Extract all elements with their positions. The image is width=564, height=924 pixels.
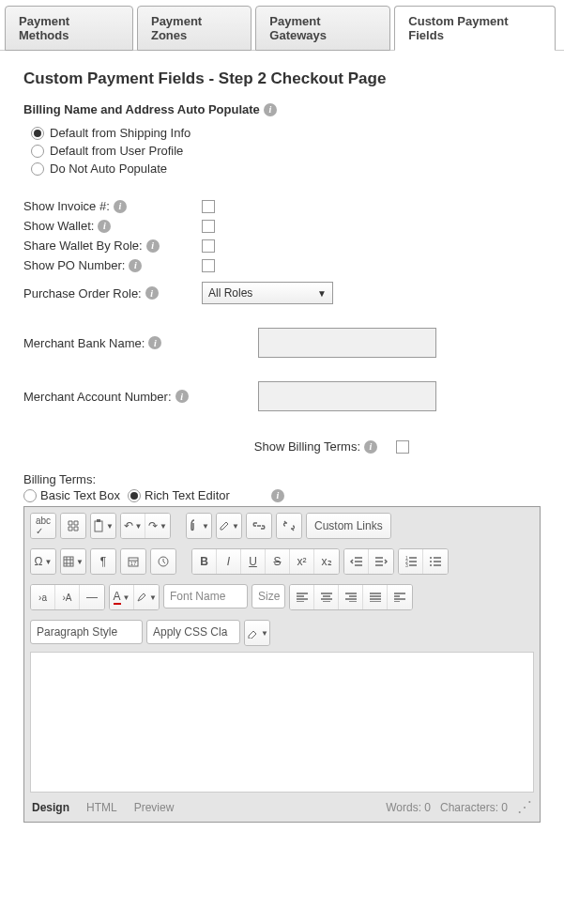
show-billing-terms-label: Show Billing Terms: [254,439,360,454]
font-size-input[interactable]: Size [252,584,285,608]
radio-rich-text-label: Rich Text Editor [145,488,230,502]
apply-css-input[interactable]: Apply CSS Cla [146,620,240,644]
info-icon[interactable]: i [271,489,284,502]
show-wallet-label: Show Wallet: [23,219,94,233]
eraser-icon[interactable]: ▼ [245,621,269,645]
char-count: Characters: 0 [440,801,508,814]
tab-payment-zones[interactable]: Payment Zones [137,6,252,51]
share-wallet-checkbox[interactable] [202,239,215,253]
chevron-down-icon: ▼ [317,288,327,299]
info-icon[interactable]: i [175,390,189,403]
svg-text:17: 17 [130,561,137,566]
radio-rich-text[interactable] [128,489,141,502]
radio-basic-text[interactable] [23,489,37,502]
word-count: Words: 0 [386,801,431,814]
edit-icon[interactable]: ▼ [217,514,241,538]
radio-profile[interactable] [31,145,44,158]
unordered-list-icon[interactable] [423,549,448,574]
bold-icon[interactable]: B [192,549,217,574]
show-billing-terms-checkbox[interactable] [396,440,409,454]
underline-icon[interactable]: U [241,549,266,574]
hr-icon[interactable]: — [80,585,104,609]
show-invoice-checkbox[interactable] [202,200,215,213]
strike-icon[interactable]: S [266,549,290,574]
svg-rect-1 [97,519,100,522]
info-icon[interactable]: i [129,259,142,272]
align-justify-icon[interactable] [363,585,388,609]
custom-links-button[interactable]: Custom Links [307,514,390,538]
merchant-bank-label: Merchant Bank Name: [23,336,145,350]
clock-icon[interactable] [151,549,175,574]
table-icon[interactable]: ▼ [61,549,85,574]
paragraph-icon[interactable]: ¶ [91,549,115,574]
outdent-icon[interactable] [344,549,369,574]
redo-icon[interactable]: ↷▼ [145,514,170,538]
svg-text:3: 3 [405,562,408,567]
radio-profile-label: Default from User Profile [50,144,183,158]
info-icon[interactable]: i [98,220,111,233]
superscript-icon[interactable]: x² [290,549,314,574]
info-icon[interactable]: i [264,103,277,116]
radio-basic-text-label: Basic Text Box [40,488,120,502]
attach-icon[interactable]: ▼ [187,514,211,538]
align-right-icon[interactable] [339,585,363,609]
rich-text-editor: abc✓ ▼ ↶▼ ↷▼ ▼ ▼ Custom Links Ω▼ ▼ ¶ 17 [23,506,541,823]
link-icon[interactable] [247,514,271,538]
resize-grip-icon[interactable]: ⋰ [517,798,532,816]
tab-payment-methods[interactable]: Payment Methods [5,6,133,51]
editor-tab-preview[interactable]: Preview [134,801,175,814]
indent-icon[interactable] [369,549,393,574]
italic-icon[interactable]: I [217,549,241,574]
tab-payment-gateways[interactable]: Payment Gateways [255,6,390,51]
info-icon[interactable]: i [364,440,377,454]
omega-icon[interactable]: Ω▼ [31,549,55,574]
radio-none[interactable] [31,162,44,176]
undo-icon[interactable]: ↶▼ [121,514,145,538]
merchant-bank-input[interactable] [258,328,436,358]
find-icon[interactable] [61,514,85,538]
editor-tab-html[interactable]: HTML [86,801,117,814]
paragraph-style-input[interactable]: Paragraph Style [30,620,143,644]
svg-rect-0 [95,521,102,531]
show-po-label: Show PO Number: [23,258,125,272]
po-role-select[interactable]: All Roles ▼ [202,282,333,304]
editor-toolbar: abc✓ ▼ ↶▼ ↷▼ ▼ ▼ Custom Links Ω▼ ▼ ¶ 17 [24,507,540,652]
radio-shipping[interactable] [31,127,44,140]
font-color-icon[interactable]: A▼ [110,585,134,609]
info-icon[interactable]: i [146,239,160,253]
rtl-icon[interactable]: ›A [55,585,80,609]
svg-line-12 [163,562,165,563]
info-icon[interactable]: i [148,336,161,349]
highlight-icon[interactable]: ▼ [134,585,159,609]
po-role-label: Purchase Order Role: [23,286,142,300]
spellcheck-icon[interactable]: abc✓ [31,514,55,538]
ordered-list-icon[interactable]: 123 [399,549,423,574]
info-icon[interactable]: i [114,200,127,213]
tabs: Payment Methods Payment Zones Payment Ga… [0,0,564,51]
ltr-icon[interactable]: ›a [31,585,55,609]
subscript-icon[interactable]: x₂ [314,549,339,574]
font-name-input[interactable]: Font Name [163,584,248,608]
page-title: Custom Payment Fields - Step 2 Checkout … [23,69,541,88]
svg-point-25 [430,557,432,559]
unlink-icon[interactable] [277,514,301,538]
radio-shipping-label: Default from Shipping Info [50,126,191,140]
paste-icon[interactable]: ▼ [91,514,115,538]
show-wallet-checkbox[interactable] [202,220,215,233]
editor-content[interactable] [30,652,534,793]
merchant-account-input[interactable] [258,381,436,411]
show-po-checkbox[interactable] [202,259,215,272]
align-none-icon[interactable] [388,585,412,609]
autopop-title: Billing Name and Address Auto Populate [23,102,260,116]
info-icon[interactable]: i [145,286,159,300]
show-invoice-label: Show Invoice #: [23,199,110,213]
calendar-icon[interactable]: 17 [121,549,145,574]
merchant-account-label: Merchant Account Number: [23,390,172,404]
editor-tab-design[interactable]: Design [32,801,69,814]
align-left-icon[interactable] [290,585,314,609]
tab-custom-payment-fields[interactable]: Custom Payment Fields [394,6,556,51]
align-center-icon[interactable] [314,585,339,609]
autopop-radio-group: Default from Shipping Info Default from … [23,126,541,176]
radio-none-label: Do Not Auto Populate [50,162,167,176]
svg-point-26 [430,561,432,562]
